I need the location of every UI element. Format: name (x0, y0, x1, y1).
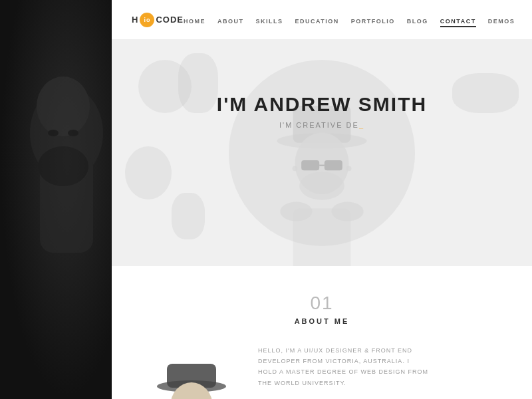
nav-link-contact[interactable]: CONTACT (440, 18, 476, 27)
logo-prefix: H (132, 15, 138, 25)
hero-cursor: _ (359, 121, 364, 129)
about-photo-svg (148, 352, 235, 399)
nav-link-demos[interactable]: DEMOS (488, 18, 515, 25)
nav-links: HOME ABOUT SKILLS EDUCATION PORTFOLIO BL… (184, 14, 515, 26)
svg-point-17 (346, 166, 352, 172)
nav-item-portfolio[interactable]: PORTFOLIO (351, 14, 395, 26)
svg-point-15 (331, 202, 363, 221)
about-content: HELLO, I'M A UI/UX DESIGNER & FRONT END … (145, 345, 499, 399)
logo-suffix: CODE (156, 15, 184, 25)
logo[interactable]: H io CODE (132, 13, 184, 27)
main-content: H io CODE HOME ABOUT SKILLS EDUCATION PO… (112, 0, 532, 399)
navbar: H io CODE HOME ABOUT SKILLS EDUCATION PO… (112, 0, 532, 40)
hero-text: I'M ANDREW SMITH I'M CREATIVE DE_ (217, 93, 427, 129)
hero-subtitle: I'M CREATIVE DE_ (217, 121, 427, 129)
svg-rect-9 (301, 160, 319, 170)
svg-point-1 (37, 76, 90, 136)
nav-item-skills[interactable]: SKILLS (255, 14, 283, 26)
nav-link-portfolio[interactable]: PORTFOLIO (351, 18, 395, 25)
section-number: 01 (145, 293, 499, 314)
nav-link-about[interactable]: ABOUT (217, 18, 244, 25)
nav-item-contact[interactable]: CONTACT (440, 14, 476, 26)
about-right: HELLO, I'M A UI/UX DESIGNER & FRONT END … (258, 345, 499, 399)
about-photo (145, 345, 238, 399)
nav-link-skills[interactable]: SKILLS (255, 18, 283, 25)
face-svg (0, 0, 112, 399)
nav-item-demos[interactable]: DEMOS (488, 14, 515, 26)
about-section: 01 ABOUT ME (112, 266, 532, 399)
left-dark-panel (0, 0, 112, 399)
nav-item-home[interactable]: HOME (184, 14, 205, 26)
hero-title: I'M ANDREW SMITH (217, 93, 427, 116)
blob-3 (452, 73, 519, 113)
nav-item-education[interactable]: EDUCATION (295, 14, 338, 26)
blob-4 (125, 146, 172, 200)
nav-item-about[interactable]: ABOUT (217, 14, 244, 26)
about-description: HELLO, I'M A UI/UX DESIGNER & FRONT END … (258, 345, 431, 388)
nav-link-blog[interactable]: BLOG (407, 18, 428, 25)
blob-2 (178, 53, 218, 113)
blob-5 (172, 193, 205, 239)
svg-point-14 (280, 202, 312, 221)
nav-link-education[interactable]: EDUCATION (295, 18, 338, 25)
svg-point-16 (293, 166, 298, 172)
svg-point-5 (68, 130, 78, 136)
svg-point-12 (299, 172, 344, 200)
svg-rect-10 (325, 160, 342, 170)
svg-point-4 (48, 130, 59, 136)
nav-link-home[interactable]: HOME (184, 18, 205, 25)
hero-subtitle-text: I'M CREATIVE DE (279, 121, 359, 129)
logo-icon: io (140, 13, 154, 27)
section-title: ABOUT ME (145, 317, 499, 325)
svg-point-3 (38, 146, 88, 186)
hero-section: I'M ANDREW SMITH I'M CREATIVE DE_ (112, 40, 532, 266)
nav-item-blog[interactable]: BLOG (407, 14, 428, 26)
